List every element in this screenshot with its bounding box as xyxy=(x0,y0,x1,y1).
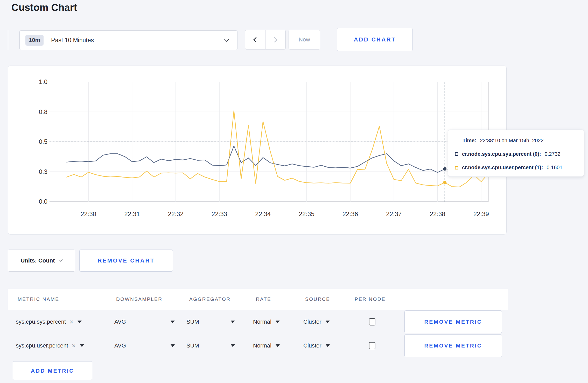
tooltip-time-label: Time: xyxy=(463,138,476,144)
caret-down-icon xyxy=(171,344,175,347)
tooltip-user-name: cr.node.sys.cpu.user.percent (1): xyxy=(462,165,543,171)
time-pager xyxy=(245,30,286,49)
time-range-badge: 10m xyxy=(25,35,44,46)
hover-dot-0 xyxy=(443,167,446,171)
downsampler-dropdown[interactable]: AVG xyxy=(114,342,175,349)
units-label: Units: Count xyxy=(21,257,55,264)
downsampler-dropdown[interactable]: AVG xyxy=(114,318,175,325)
tooltip-user-value: 0.1601 xyxy=(547,165,562,171)
y-tick-label: 1.0 xyxy=(39,78,47,85)
caret-down-icon xyxy=(231,321,235,323)
series-line-0 xyxy=(67,146,488,173)
header-rate: Rate xyxy=(256,296,271,302)
caret-down-icon xyxy=(171,321,175,323)
x-tick-label: 22:36 xyxy=(342,210,358,217)
x-tick-label: 22:30 xyxy=(81,210,96,217)
x-tick-label: 22:35 xyxy=(299,210,314,217)
rate-dropdown[interactable]: Normal xyxy=(253,342,280,349)
user-series-swatch-icon xyxy=(455,166,458,169)
page-title: Custom Chart xyxy=(11,2,77,13)
remove-chart-button[interactable]: REMOVE CHART xyxy=(79,250,173,272)
metric-name-value: sys.cpu.sys.percent xyxy=(16,318,66,325)
source-dropdown[interactable]: Cluster xyxy=(303,342,330,349)
x-tick-label: 22:37 xyxy=(386,210,402,217)
metric-row: sys.cpu.sys.percent × AVG SUM Normal Clu… xyxy=(8,310,508,334)
source-dropdown[interactable]: Cluster xyxy=(303,318,330,325)
now-button[interactable]: Now xyxy=(289,30,320,49)
add-chart-button[interactable]: ADD CHART xyxy=(337,28,413,51)
x-tick-label: 22:32 xyxy=(168,210,184,217)
x-tick-label: 22:39 xyxy=(473,210,489,217)
header-downsampler: Downsampler xyxy=(116,296,162,302)
tooltip-sys-value: 0.2732 xyxy=(545,151,561,157)
remove-metric-button[interactable]: REMOVE METRIC xyxy=(404,310,502,333)
hover-dot-1 xyxy=(443,181,446,184)
caret-down-icon xyxy=(231,344,235,347)
chevron-down-icon xyxy=(224,37,229,42)
chevron-down-icon xyxy=(59,258,63,262)
time-range-dropdown[interactable]: 10m Past 10 Minutes xyxy=(19,30,237,50)
y-tick-label: 0.0 xyxy=(39,198,47,205)
time-series-chart[interactable]: 0.00.30.50.81.022:3022:3122:3222:3322:34… xyxy=(8,66,507,235)
x-tick-label: 22:33 xyxy=(212,210,227,217)
header-aggregator: Aggregator xyxy=(189,296,230,302)
y-tick-label: 0.8 xyxy=(39,108,47,115)
header-source: Source xyxy=(305,296,330,302)
metrics-table-header: Metric Name Downsampler Aggregator Rate … xyxy=(8,289,508,310)
x-tick-label: 22:38 xyxy=(430,210,445,217)
chevron-right-icon xyxy=(272,37,277,42)
tooltip-sys-name: cr.node.sys.cpu.sys.percent (0): xyxy=(462,151,541,157)
y-tick-label: 0.5 xyxy=(39,138,47,145)
source-value: Cluster xyxy=(303,342,321,349)
add-metric-button[interactable]: ADD METRIC xyxy=(13,361,92,380)
metric-row: sys.cpu.user.percent × AVG SUM Normal Cl… xyxy=(8,334,508,358)
rate-value: Normal xyxy=(253,342,271,349)
per-node-checkbox[interactable] xyxy=(369,318,375,325)
aggregator-dropdown[interactable]: SUM xyxy=(186,342,235,349)
time-range-label: Past 10 Minutes xyxy=(51,37,94,44)
caret-down-icon xyxy=(78,321,82,323)
clear-metric-icon[interactable]: × xyxy=(72,342,76,349)
x-tick-label: 22:34 xyxy=(255,210,271,217)
y-tick-label: 0.3 xyxy=(39,168,47,175)
caret-down-icon xyxy=(326,344,330,347)
units-dropdown[interactable]: Units: Count xyxy=(8,250,75,272)
clear-metric-icon[interactable]: × xyxy=(69,318,73,325)
downsampler-value: AVG xyxy=(114,318,126,325)
toolbar-divider xyxy=(8,30,8,50)
header-metric-name: Metric Name xyxy=(18,296,59,302)
per-node-checkbox[interactable] xyxy=(369,342,375,349)
aggregator-value: SUM xyxy=(186,318,199,325)
header-per-node: Per Node xyxy=(355,296,386,302)
tooltip-time-value: 22:38:10 on Mar 15th, 2022 xyxy=(480,138,544,144)
source-value: Cluster xyxy=(303,318,321,325)
next-time-button[interactable] xyxy=(265,30,285,49)
downsampler-value: AVG xyxy=(114,342,126,349)
metric-name-dropdown[interactable]: sys.cpu.user.percent × xyxy=(16,342,84,349)
chart-card: 0.00.30.50.81.022:3022:3122:3222:3322:34… xyxy=(8,66,507,235)
chevron-left-icon xyxy=(253,37,259,42)
rate-dropdown[interactable]: Normal xyxy=(253,318,280,325)
caret-down-icon xyxy=(276,321,280,323)
aggregator-dropdown[interactable]: SUM xyxy=(186,318,235,325)
prev-time-button[interactable] xyxy=(245,30,265,49)
caret-down-icon xyxy=(326,321,330,323)
caret-down-icon xyxy=(80,344,84,347)
x-tick-label: 22:31 xyxy=(124,210,140,217)
series-line-1 xyxy=(67,111,488,187)
sys-series-swatch-icon xyxy=(455,152,458,156)
metric-name-dropdown[interactable]: sys.cpu.sys.percent × xyxy=(16,318,82,325)
chart-tooltip: Time: 22:38:10 on Mar 15th, 2022 cr.node… xyxy=(448,130,584,177)
remove-metric-button[interactable]: REMOVE METRIC xyxy=(404,334,502,357)
aggregator-value: SUM xyxy=(186,342,199,349)
rate-value: Normal xyxy=(253,318,271,325)
metric-name-value: sys.cpu.user.percent xyxy=(16,342,68,349)
caret-down-icon xyxy=(276,344,280,347)
